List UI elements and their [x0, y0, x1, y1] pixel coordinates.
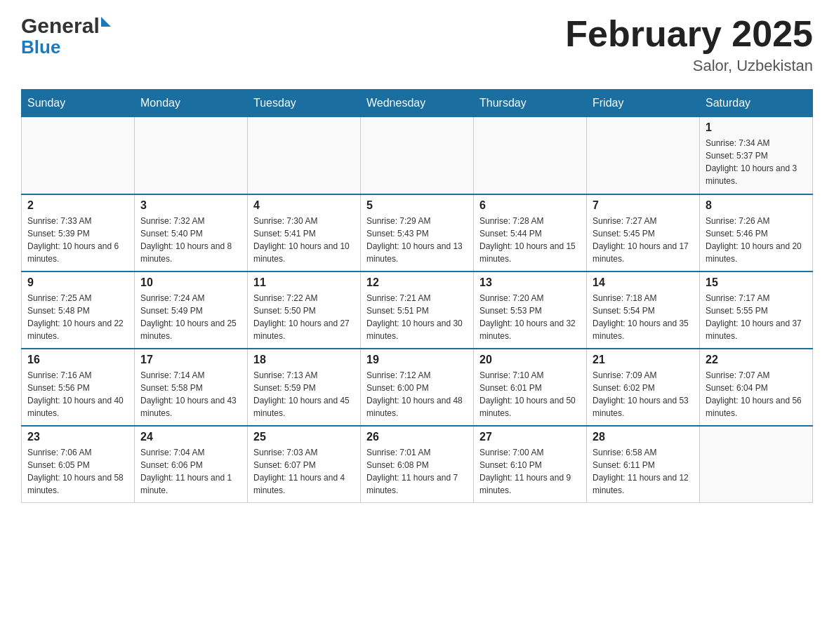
- day-info: Sunrise: 7:04 AM Sunset: 6:06 PM Dayligh…: [140, 446, 241, 497]
- day-cell: 20Sunrise: 7:10 AM Sunset: 6:01 PM Dayli…: [474, 349, 587, 426]
- logo-blue-text: Blue: [21, 36, 60, 58]
- day-info: Sunrise: 7:16 AM Sunset: 5:56 PM Dayligh…: [27, 369, 128, 420]
- day-cell: 19Sunrise: 7:12 AM Sunset: 6:00 PM Dayli…: [361, 349, 474, 426]
- day-number: 27: [479, 431, 581, 443]
- day-info: Sunrise: 7:13 AM Sunset: 5:59 PM Dayligh…: [253, 369, 355, 420]
- day-info: Sunrise: 7:03 AM Sunset: 6:07 PM Dayligh…: [253, 446, 355, 497]
- day-cell: [361, 117, 474, 194]
- day-cell: 27Sunrise: 7:00 AM Sunset: 6:10 PM Dayli…: [474, 426, 587, 503]
- day-number: 2: [27, 199, 128, 212]
- day-info: Sunrise: 7:06 AM Sunset: 6:05 PM Dayligh…: [27, 446, 128, 497]
- day-info: Sunrise: 7:18 AM Sunset: 5:54 PM Dayligh…: [593, 292, 694, 342]
- day-info: Sunrise: 7:24 AM Sunset: 5:49 PM Dayligh…: [140, 292, 241, 342]
- day-number: 22: [706, 354, 807, 366]
- day-info: Sunrise: 7:17 AM Sunset: 5:55 PM Dayligh…: [706, 292, 807, 342]
- day-number: 11: [253, 276, 355, 289]
- day-cell: [248, 117, 361, 194]
- day-info: Sunrise: 7:28 AM Sunset: 5:44 PM Dayligh…: [479, 215, 581, 265]
- day-cell: 2Sunrise: 7:33 AM Sunset: 5:39 PM Daylig…: [22, 194, 135, 271]
- day-cell: 24Sunrise: 7:04 AM Sunset: 6:06 PM Dayli…: [135, 426, 248, 503]
- day-info: Sunrise: 7:26 AM Sunset: 5:46 PM Dayligh…: [706, 215, 807, 265]
- day-number: 10: [140, 276, 241, 289]
- title-area: February 2025 Salor, Uzbekistan: [565, 14, 813, 75]
- day-number: 26: [366, 431, 468, 443]
- calendar-header-thursday: Thursday: [474, 90, 587, 117]
- day-info: Sunrise: 7:01 AM Sunset: 6:08 PM Dayligh…: [366, 446, 468, 497]
- page-header: General Blue February 2025 Salor, Uzbeki…: [21, 14, 813, 75]
- week-row-4: 16Sunrise: 7:16 AM Sunset: 5:56 PM Dayli…: [22, 349, 813, 426]
- day-info: Sunrise: 7:09 AM Sunset: 6:02 PM Dayligh…: [593, 369, 694, 420]
- day-cell: 12Sunrise: 7:21 AM Sunset: 5:51 PM Dayli…: [361, 271, 474, 349]
- calendar-header-sunday: Sunday: [22, 90, 135, 117]
- calendar-header-saturday: Saturday: [700, 90, 813, 117]
- day-number: 18: [253, 354, 355, 366]
- day-cell: 3Sunrise: 7:32 AM Sunset: 5:40 PM Daylig…: [135, 194, 248, 271]
- day-cell: 21Sunrise: 7:09 AM Sunset: 6:02 PM Dayli…: [587, 349, 700, 426]
- day-number: 28: [593, 431, 694, 443]
- day-cell: 28Sunrise: 6:58 AM Sunset: 6:11 PM Dayli…: [587, 426, 700, 503]
- day-number: 8: [706, 199, 807, 212]
- day-cell: 25Sunrise: 7:03 AM Sunset: 6:07 PM Dayli…: [248, 426, 361, 503]
- day-info: Sunrise: 7:27 AM Sunset: 5:45 PM Dayligh…: [593, 215, 694, 265]
- day-number: 14: [593, 276, 694, 289]
- day-number: 17: [140, 354, 241, 366]
- day-number: 25: [253, 431, 355, 443]
- day-info: Sunrise: 7:22 AM Sunset: 5:50 PM Dayligh…: [253, 292, 355, 342]
- day-info: Sunrise: 7:21 AM Sunset: 5:51 PM Dayligh…: [366, 292, 468, 342]
- day-number: 21: [593, 354, 694, 366]
- month-title: February 2025: [565, 14, 813, 54]
- day-cell: 8Sunrise: 7:26 AM Sunset: 5:46 PM Daylig…: [700, 194, 813, 271]
- day-number: 9: [27, 276, 128, 289]
- calendar-table: SundayMondayTuesdayWednesdayThursdayFrid…: [21, 89, 813, 503]
- day-info: Sunrise: 7:30 AM Sunset: 5:41 PM Dayligh…: [253, 215, 355, 265]
- day-info: Sunrise: 6:58 AM Sunset: 6:11 PM Dayligh…: [593, 446, 694, 497]
- day-cell: 6Sunrise: 7:28 AM Sunset: 5:44 PM Daylig…: [474, 194, 587, 271]
- week-row-3: 9Sunrise: 7:25 AM Sunset: 5:48 PM Daylig…: [22, 271, 813, 349]
- day-info: Sunrise: 7:00 AM Sunset: 6:10 PM Dayligh…: [479, 446, 581, 497]
- calendar-header-wednesday: Wednesday: [361, 90, 474, 117]
- day-cell: 9Sunrise: 7:25 AM Sunset: 5:48 PM Daylig…: [22, 271, 135, 349]
- day-info: Sunrise: 7:32 AM Sunset: 5:40 PM Dayligh…: [140, 215, 241, 265]
- day-cell: 23Sunrise: 7:06 AM Sunset: 6:05 PM Dayli…: [22, 426, 135, 503]
- day-number: 16: [27, 354, 128, 366]
- location-text: Salor, Uzbekistan: [565, 57, 813, 75]
- day-number: 5: [366, 199, 468, 212]
- day-cell: 14Sunrise: 7:18 AM Sunset: 5:54 PM Dayli…: [587, 271, 700, 349]
- day-cell: [587, 117, 700, 194]
- day-info: Sunrise: 7:33 AM Sunset: 5:39 PM Dayligh…: [27, 215, 128, 265]
- day-number: 15: [706, 276, 807, 289]
- calendar-header-row: SundayMondayTuesdayWednesdayThursdayFrid…: [22, 90, 813, 117]
- day-number: 1: [706, 121, 807, 134]
- day-number: 6: [479, 199, 581, 212]
- day-cell: [474, 117, 587, 194]
- day-info: Sunrise: 7:07 AM Sunset: 6:04 PM Dayligh…: [706, 369, 807, 420]
- day-number: 13: [479, 276, 581, 289]
- day-info: Sunrise: 7:20 AM Sunset: 5:53 PM Dayligh…: [479, 292, 581, 342]
- day-cell: 10Sunrise: 7:24 AM Sunset: 5:49 PM Dayli…: [135, 271, 248, 349]
- day-cell: [700, 426, 813, 503]
- calendar-header-friday: Friday: [587, 90, 700, 117]
- day-cell: 7Sunrise: 7:27 AM Sunset: 5:45 PM Daylig…: [587, 194, 700, 271]
- day-cell: 26Sunrise: 7:01 AM Sunset: 6:08 PM Dayli…: [361, 426, 474, 503]
- day-info: Sunrise: 7:25 AM Sunset: 5:48 PM Dayligh…: [27, 292, 128, 342]
- logo-general-text: General: [21, 14, 100, 38]
- day-cell: 18Sunrise: 7:13 AM Sunset: 5:59 PM Dayli…: [248, 349, 361, 426]
- day-cell: 16Sunrise: 7:16 AM Sunset: 5:56 PM Dayli…: [22, 349, 135, 426]
- week-row-1: 1Sunrise: 7:34 AM Sunset: 5:37 PM Daylig…: [22, 117, 813, 194]
- day-number: 24: [140, 431, 241, 443]
- day-number: 19: [366, 354, 468, 366]
- day-number: 23: [27, 431, 128, 443]
- day-cell: 4Sunrise: 7:30 AM Sunset: 5:41 PM Daylig…: [248, 194, 361, 271]
- day-info: Sunrise: 7:34 AM Sunset: 5:37 PM Dayligh…: [706, 137, 807, 187]
- day-cell: 11Sunrise: 7:22 AM Sunset: 5:50 PM Dayli…: [248, 271, 361, 349]
- day-info: Sunrise: 7:10 AM Sunset: 6:01 PM Dayligh…: [479, 369, 581, 420]
- day-cell: 1Sunrise: 7:34 AM Sunset: 5:37 PM Daylig…: [700, 117, 813, 194]
- day-cell: 15Sunrise: 7:17 AM Sunset: 5:55 PM Dayli…: [700, 271, 813, 349]
- day-cell: [135, 117, 248, 194]
- day-cell: 5Sunrise: 7:29 AM Sunset: 5:43 PM Daylig…: [361, 194, 474, 271]
- day-info: Sunrise: 7:14 AM Sunset: 5:58 PM Dayligh…: [140, 369, 241, 420]
- week-row-5: 23Sunrise: 7:06 AM Sunset: 6:05 PM Dayli…: [22, 426, 813, 503]
- day-cell: [22, 117, 135, 194]
- day-number: 12: [366, 276, 468, 289]
- day-cell: 13Sunrise: 7:20 AM Sunset: 5:53 PM Dayli…: [474, 271, 587, 349]
